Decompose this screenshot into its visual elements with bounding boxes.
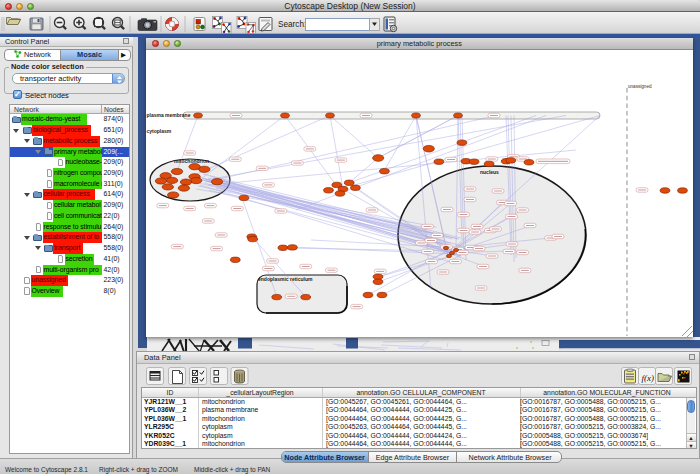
svg-text:plasma membrane: plasma membrane bbox=[147, 112, 191, 118]
svg-text:f(x): f(x) bbox=[642, 372, 655, 382]
svg-text:endoplasmic reticulum: endoplasmic reticulum bbox=[258, 276, 313, 282]
svg-text:mitochondrion: mitochondrion bbox=[174, 158, 209, 164]
svg-text:unassigned: unassigned bbox=[628, 84, 652, 89]
svg-text:Search:: Search: bbox=[278, 20, 306, 29]
svg-text:cytoplasm: cytoplasm bbox=[147, 128, 172, 134]
svg-text:nucleus: nucleus bbox=[480, 169, 499, 175]
